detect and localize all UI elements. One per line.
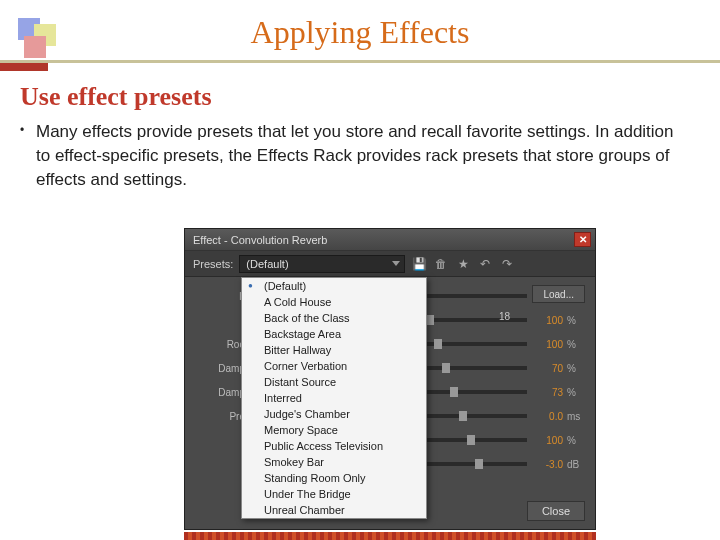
param-label: Pre — [195, 411, 245, 422]
param-unit: dB — [567, 459, 585, 470]
preset-option[interactable]: (Default) — [242, 278, 426, 294]
param-value: 100 — [535, 339, 563, 350]
param-unit: % — [567, 363, 585, 374]
load-button[interactable]: Load... — [532, 285, 585, 303]
slide-title: Applying Effects — [0, 14, 720, 51]
param-value: 70 — [535, 363, 563, 374]
presets-toolbar: Presets: (Default) 💾 🗑 ★ ↶ ↷ — [185, 251, 595, 277]
param-value: -3.0 — [535, 459, 563, 470]
dialog-body: Load... Ir100%Roo100%Damp70%Damp73%Pre0.… — [185, 277, 595, 529]
preset-dropdown-menu[interactable]: (Default)A Cold HouseBack of the ClassBa… — [241, 277, 427, 519]
param-value: 0.0 — [535, 411, 563, 422]
gain-readout: 18 — [499, 311, 585, 322]
divider-line — [0, 60, 720, 63]
param-unit: % — [567, 435, 585, 446]
preset-selected-value: (Default) — [246, 258, 288, 270]
close-button[interactable]: Close — [527, 501, 585, 521]
dialog-title: Effect - Convolution Reverb — [193, 234, 327, 246]
dialog-titlebar: Effect - Convolution Reverb ✕ — [185, 229, 595, 251]
param-unit: % — [567, 339, 585, 350]
preset-option[interactable]: A Cold House — [242, 294, 426, 310]
preset-option[interactable]: Memory Space — [242, 422, 426, 438]
preset-dropdown[interactable]: (Default) — [239, 255, 405, 273]
save-preset-icon[interactable]: 💾 — [411, 256, 427, 272]
undo-icon[interactable]: ↶ — [477, 256, 493, 272]
preset-option[interactable]: Under The Bridge — [242, 486, 426, 502]
preset-option[interactable]: Public Access Television — [242, 438, 426, 454]
param-label: Ir — [195, 291, 245, 302]
param-unit: ms — [567, 411, 585, 422]
param-label: Roo — [195, 339, 245, 350]
close-icon[interactable]: ✕ — [574, 232, 591, 247]
divider-accent — [0, 63, 48, 71]
preset-option[interactable]: Unreal Chamber — [242, 502, 426, 518]
preset-option[interactable]: Back of the Class — [242, 310, 426, 326]
star-icon[interactable]: ★ — [455, 256, 471, 272]
delete-preset-icon[interactable]: 🗑 — [433, 256, 449, 272]
param-unit: % — [567, 387, 585, 398]
slide-subtitle: Use effect presets — [20, 82, 212, 112]
effect-dialog: Effect - Convolution Reverb ✕ Presets: (… — [184, 228, 596, 530]
body-paragraph: Many effects provide presets that let yo… — [36, 120, 676, 191]
param-label: Damp — [195, 363, 245, 374]
presets-label: Presets: — [193, 258, 233, 270]
preset-option[interactable]: Corner Verbation — [242, 358, 426, 374]
decorative-strip — [184, 532, 596, 540]
param-label: Damp — [195, 387, 245, 398]
preset-option[interactable]: Smokey Bar — [242, 454, 426, 470]
chevron-down-icon — [392, 261, 400, 266]
param-value: 73 — [535, 387, 563, 398]
gain-tick: 18 — [499, 311, 510, 322]
redo-icon[interactable]: ↷ — [499, 256, 515, 272]
preset-option[interactable]: Standing Room Only — [242, 470, 426, 486]
preset-option[interactable]: Distant Source — [242, 374, 426, 390]
preset-option[interactable]: Interred — [242, 390, 426, 406]
preset-option[interactable]: Bitter Hallway — [242, 342, 426, 358]
preset-option[interactable]: Judge's Chamber — [242, 406, 426, 422]
preset-option[interactable]: Backstage Area — [242, 326, 426, 342]
param-value: 100 — [535, 435, 563, 446]
